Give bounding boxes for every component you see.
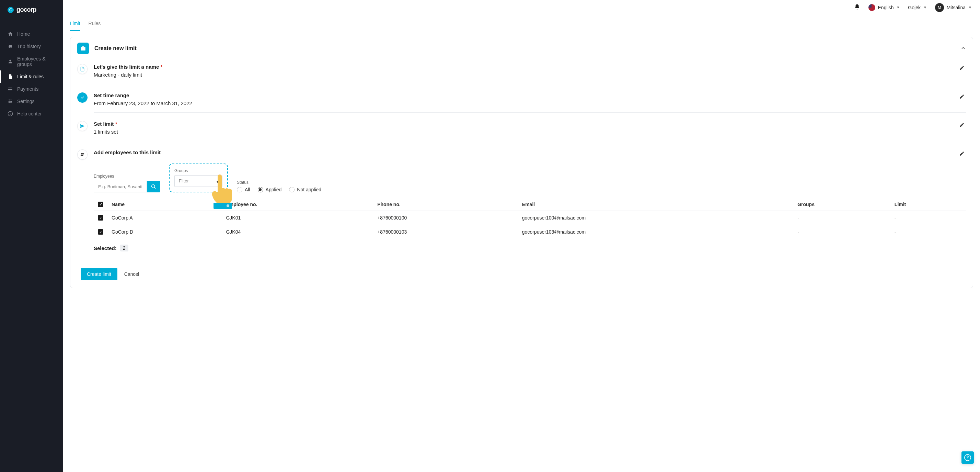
briefcase-icon bbox=[77, 43, 89, 54]
user-name: Mitsalina bbox=[947, 5, 966, 10]
pencil-icon bbox=[959, 151, 964, 156]
collapse-toggle[interactable] bbox=[961, 45, 966, 52]
svg-point-10 bbox=[152, 185, 155, 188]
row-checkbox[interactable]: ✓ bbox=[98, 215, 103, 220]
step-title: Add employees to this limit bbox=[94, 150, 958, 155]
add-user-icon bbox=[77, 150, 88, 160]
sidebar-item-label: Payments bbox=[17, 86, 38, 92]
svg-point-5 bbox=[11, 101, 12, 102]
tab-limit[interactable]: Limit bbox=[70, 16, 80, 31]
edit-button[interactable] bbox=[958, 121, 966, 130]
chevron-down-icon: ▼ bbox=[968, 5, 972, 9]
status-radio-applied[interactable]: Applied bbox=[258, 187, 282, 192]
cell-groups: - bbox=[793, 225, 891, 239]
step-time-range: Set time range From February 23, 2022 to… bbox=[77, 88, 966, 117]
radio-icon bbox=[258, 187, 263, 192]
main-content: English ▼ Gojek ▼ M Mitsalina ▼ Limit Ru… bbox=[63, 0, 980, 472]
radio-icon bbox=[237, 187, 242, 192]
sidebar-item-limit-rules[interactable]: Limit & rules bbox=[0, 70, 63, 83]
filter-label: Status bbox=[237, 180, 321, 185]
panel-title: Create new limit bbox=[94, 45, 955, 51]
svg-point-1 bbox=[9, 60, 11, 62]
step-title: Let's give this limit a name * bbox=[94, 64, 958, 70]
groups-filter-highlight: Groups Filter ▼ bbox=[169, 164, 228, 192]
help-fab[interactable] bbox=[961, 451, 974, 464]
status-radio-all[interactable]: All bbox=[237, 187, 250, 192]
card-icon bbox=[8, 86, 13, 92]
row-checkbox[interactable]: ✓ bbox=[98, 229, 103, 234]
company-label: Gojek bbox=[908, 5, 921, 10]
user-menu[interactable]: M Mitsalina ▼ bbox=[935, 3, 972, 12]
search-button[interactable] bbox=[147, 181, 160, 192]
notifications-icon[interactable] bbox=[854, 4, 860, 11]
employees-search-input[interactable] bbox=[94, 181, 147, 192]
help-icon bbox=[964, 454, 971, 461]
home-icon bbox=[8, 31, 13, 37]
select-all-checkbox[interactable]: ✓ bbox=[98, 202, 103, 207]
car-icon bbox=[8, 44, 13, 49]
svg-point-14 bbox=[967, 459, 968, 459]
topbar: English ▼ Gojek ▼ M Mitsalina ▼ bbox=[63, 0, 980, 15]
filter-label: Employees bbox=[94, 174, 160, 179]
tabs: Limit Rules bbox=[63, 16, 980, 31]
pencil-icon bbox=[959, 122, 964, 128]
step-value: From February 23, 2022 to March 31, 2022 bbox=[94, 100, 958, 106]
file-icon bbox=[77, 64, 88, 74]
svg-point-9 bbox=[81, 153, 83, 155]
edit-button[interactable] bbox=[958, 64, 966, 73]
logo-icon bbox=[8, 7, 14, 13]
cell-ph=one: +8760000103 bbox=[373, 225, 518, 239]
edit-button[interactable] bbox=[958, 92, 966, 102]
groups-filter-select[interactable]: Filter bbox=[174, 175, 223, 187]
filters: Employees Groups bbox=[94, 164, 966, 192]
sidebar-item-settings[interactable]: Settings bbox=[0, 95, 63, 107]
svg-point-4 bbox=[9, 100, 10, 100]
cell-emp-no: GJK01 bbox=[222, 211, 373, 225]
cell-email: gocorpuser103@mailsac.com bbox=[518, 225, 793, 239]
send-icon bbox=[77, 121, 88, 131]
column-header: Limit bbox=[891, 198, 966, 211]
cell-limit: - bbox=[891, 225, 966, 239]
chevron-down-icon: ▼ bbox=[216, 180, 219, 183]
cell-phone: +8760000100 bbox=[373, 211, 518, 225]
help-icon: ? bbox=[8, 111, 13, 116]
column-header: Email bbox=[518, 198, 793, 211]
table-row: ✓ GoCorp D GJK04 +8760000103 gocorpuser1… bbox=[94, 225, 966, 239]
column-header: Name bbox=[107, 198, 222, 211]
search-icon bbox=[151, 184, 156, 189]
step-value: 1 limits set bbox=[94, 129, 958, 135]
panel-header: Create new limit bbox=[70, 37, 973, 60]
status-filter: Status All Applied bbox=[237, 180, 321, 192]
user-icon bbox=[8, 59, 13, 64]
sidebar-item-trip-history[interactable]: Trip history bbox=[0, 40, 63, 53]
radio-label: Not applied bbox=[297, 187, 321, 192]
cancel-button[interactable]: Cancel bbox=[124, 271, 139, 277]
radio-label: Applied bbox=[266, 187, 282, 192]
cell-email: gocorpuser100@mailsac.com bbox=[518, 211, 793, 225]
sidebar-item-help-center[interactable]: ? Help center bbox=[0, 107, 63, 120]
status-radio-not-applied[interactable]: Not applied bbox=[289, 187, 321, 192]
company-selector[interactable]: Gojek ▼ bbox=[908, 5, 926, 10]
panel-actions: Create limit Cancel bbox=[70, 262, 973, 282]
sidebar: gocorp Home Trip history Employees & gro… bbox=[0, 0, 63, 472]
sidebar-item-label: Employees & groups bbox=[17, 56, 56, 67]
sidebar-item-label: Settings bbox=[17, 99, 35, 104]
chevron-down-icon: ▼ bbox=[923, 5, 927, 9]
language-selector[interactable]: English ▼ bbox=[869, 4, 900, 11]
sidebar-item-payments[interactable]: Payments bbox=[0, 83, 63, 95]
logo[interactable]: gocorp bbox=[0, 0, 63, 19]
tab-rules[interactable]: Rules bbox=[89, 16, 101, 31]
svg-point-0 bbox=[9, 9, 12, 11]
sidebar-item-employees-groups[interactable]: Employees & groups bbox=[0, 53, 63, 70]
sidebar-item-home[interactable]: Home bbox=[0, 28, 63, 40]
cell-name: GoCorp D bbox=[107, 225, 222, 239]
selected-count: Selected: 2 bbox=[94, 245, 966, 252]
cell-name: GoCorp A bbox=[107, 211, 222, 225]
edit-button[interactable] bbox=[958, 150, 966, 159]
cell-limit: - bbox=[891, 211, 966, 225]
column-header: Groups bbox=[793, 198, 891, 211]
pencil-icon bbox=[959, 94, 964, 99]
column-header: Phone no. bbox=[373, 198, 518, 211]
create-limit-button[interactable]: Create limit bbox=[81, 268, 118, 280]
avatar: M bbox=[935, 3, 944, 12]
